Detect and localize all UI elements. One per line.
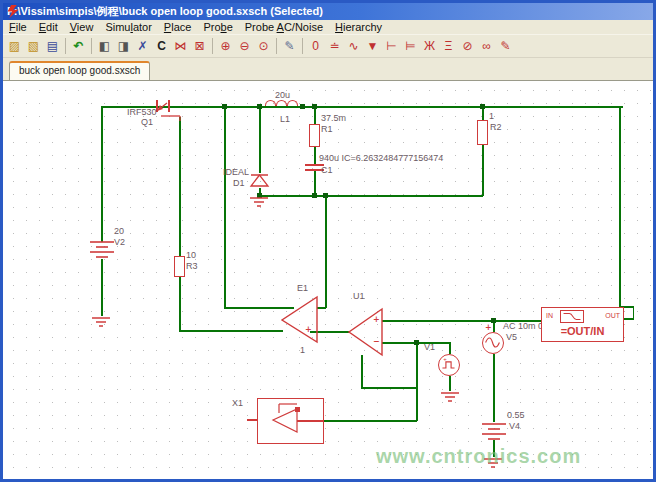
place-pmos-icon[interactable]: ⊨ xyxy=(401,37,420,56)
zoom-in-icon[interactable]: ⊕ xyxy=(216,37,235,56)
toolbar-separator xyxy=(302,38,303,54)
menu-probe-ac-noise[interactable]: Probe AC/Noise xyxy=(239,21,329,33)
resistor-r2[interactable] xyxy=(477,120,488,145)
inductor-l1[interactable] xyxy=(265,100,276,106)
wire-v2-bottom[interactable] xyxy=(101,259,103,316)
wire-e1-sense-v[interactable] xyxy=(224,106,226,307)
diode-d1[interactable] xyxy=(249,172,270,189)
source-v2[interactable] xyxy=(88,237,116,263)
r2-value-label: 1 xyxy=(489,111,494,121)
menu-bar: File Edit View Simulator Place Probe Pro… xyxy=(3,20,653,35)
wire-u1-bot-v[interactable] xyxy=(361,355,363,388)
place-resistor-icon[interactable]: 0 xyxy=(306,37,325,56)
source-v4[interactable] xyxy=(480,421,508,443)
wire-pencil-icon[interactable]: ✎ xyxy=(280,37,299,56)
inductor-l1[interactable] xyxy=(276,100,287,106)
flip-vertical-icon[interactable]: ◨ xyxy=(114,37,133,56)
place-coupling-icon[interactable]: ∞ xyxy=(477,37,496,56)
q1-ref-label: Q1 xyxy=(141,117,153,127)
app-icon xyxy=(7,5,20,18)
v4-ref-label: V4 xyxy=(509,421,520,431)
wire-d1-top[interactable] xyxy=(259,106,261,173)
place-prohibit-icon[interactable]: ⊘ xyxy=(458,37,477,56)
place-capacitor-icon[interactable]: ≐ xyxy=(325,37,344,56)
schematic-canvas[interactable]: IRF530 Q1 20u L1 37.5m R1 940u IC=6.2632… xyxy=(3,80,653,479)
wire-u1-bot-h[interactable] xyxy=(361,387,417,389)
zoom-out-icon[interactable]: ⊖ xyxy=(235,37,254,56)
wire-x1-v[interactable] xyxy=(416,342,418,421)
c1-ref-label: C1 xyxy=(321,165,333,175)
undo-icon[interactable]: ↶ xyxy=(69,37,88,56)
e1-gain-label: 1 xyxy=(300,345,305,355)
wire-r2-bottom[interactable] xyxy=(482,145,484,196)
wire-gate-h[interactable] xyxy=(179,330,283,332)
v2-value-label: 20 xyxy=(114,226,124,236)
tf-formula-label: =OUT/IN xyxy=(542,325,623,337)
menu-place[interactable]: Place xyxy=(158,21,198,33)
new-folder-icon[interactable]: ▧ xyxy=(24,37,43,56)
probe-pencil-icon[interactable]: ✎ xyxy=(496,37,515,56)
v5-plus-marker: + xyxy=(485,324,492,332)
wire-v1-gnd[interactable] xyxy=(449,376,451,391)
cut-icon[interactable]: ✗ xyxy=(133,37,152,56)
junction-dot xyxy=(312,104,317,109)
source-v5[interactable] xyxy=(482,332,504,354)
wire-x1-h[interactable] xyxy=(324,420,417,422)
junction-dot xyxy=(312,193,317,198)
source-v1[interactable]: + xyxy=(438,354,460,376)
wire-block-out[interactable] xyxy=(624,318,634,320)
r3-ref-label: R3 xyxy=(186,261,198,271)
wire-v5-v4[interactable] xyxy=(493,354,495,422)
v4-value-label: 0.55 xyxy=(507,410,525,420)
menu-view[interactable]: View xyxy=(64,21,100,33)
resistor-r3[interactable] xyxy=(174,256,185,277)
d1-value-label: IDEAL xyxy=(223,167,249,177)
wire-e1-out-v[interactable] xyxy=(325,195,327,308)
title-bar: F:\Vissim\simpis\例程\buck open loop good.… xyxy=(3,3,653,20)
junction-dot xyxy=(222,104,227,109)
menu-simulator[interactable]: Simulator xyxy=(99,21,157,33)
place-transformer-icon[interactable]: Ж xyxy=(420,37,439,56)
vcvs-e1[interactable] xyxy=(281,296,319,344)
r1-ref-label: R1 xyxy=(321,124,333,134)
part-b-icon[interactable]: ⊠ xyxy=(190,37,209,56)
wire-v2-top[interactable] xyxy=(101,106,103,242)
transfer-function-block[interactable]: IN OUT =OUT/IN xyxy=(541,307,624,342)
toolbar-separator xyxy=(91,38,92,54)
wire-right-drop[interactable] xyxy=(619,106,621,307)
wire-v1-top[interactable] xyxy=(449,342,451,354)
toolbar-separator xyxy=(212,38,213,54)
r3-value-label: 10 xyxy=(186,250,196,260)
menu-probe[interactable]: Probe xyxy=(197,21,238,33)
open-folder-icon[interactable]: ▨ xyxy=(5,37,24,56)
tab-row: buck open loop good.sxsch xyxy=(3,58,653,80)
rotate-icon[interactable]: C xyxy=(152,37,171,56)
menu-edit[interactable]: Edit xyxy=(33,21,64,33)
ground-symbol xyxy=(91,316,111,329)
junction-dot xyxy=(257,104,262,109)
ground-symbol xyxy=(440,391,460,404)
place-diode-icon[interactable]: ▼ xyxy=(363,37,382,56)
part-a-icon[interactable]: ⋈ xyxy=(171,37,190,56)
place-ac-source-icon[interactable]: ∿ xyxy=(344,37,363,56)
junction-dot xyxy=(480,104,485,109)
save-icon[interactable]: ▤ xyxy=(43,37,62,56)
flip-horizontal-icon[interactable]: ◧ xyxy=(95,37,114,56)
wire-ground-rail[interactable] xyxy=(259,195,483,197)
wire-gate-top[interactable] xyxy=(179,117,181,256)
menu-hierarchy[interactable]: Hierarchy xyxy=(329,21,388,33)
menu-file[interactable]: File xyxy=(3,21,33,33)
resistor-r1[interactable] xyxy=(309,124,320,147)
inductor-l1[interactable] xyxy=(287,100,298,106)
place-winding-icon[interactable]: Ξ xyxy=(439,37,458,56)
x1-ref-label: X1 xyxy=(232,398,243,408)
wire-gate-bottom[interactable] xyxy=(179,277,181,331)
wire-r1-c1[interactable] xyxy=(314,147,316,164)
zoom-fit-icon[interactable]: ⊙ xyxy=(254,37,273,56)
tab-schematic[interactable]: buck open loop good.sxsch xyxy=(9,61,150,80)
l1-ref-label: L1 xyxy=(280,114,290,124)
place-nmos-icon[interactable]: ⊢ xyxy=(382,37,401,56)
junction-dot xyxy=(491,318,496,323)
mosfet-q1[interactable] xyxy=(153,97,187,123)
v5-value-label: AC 10m 0 xyxy=(503,321,543,331)
